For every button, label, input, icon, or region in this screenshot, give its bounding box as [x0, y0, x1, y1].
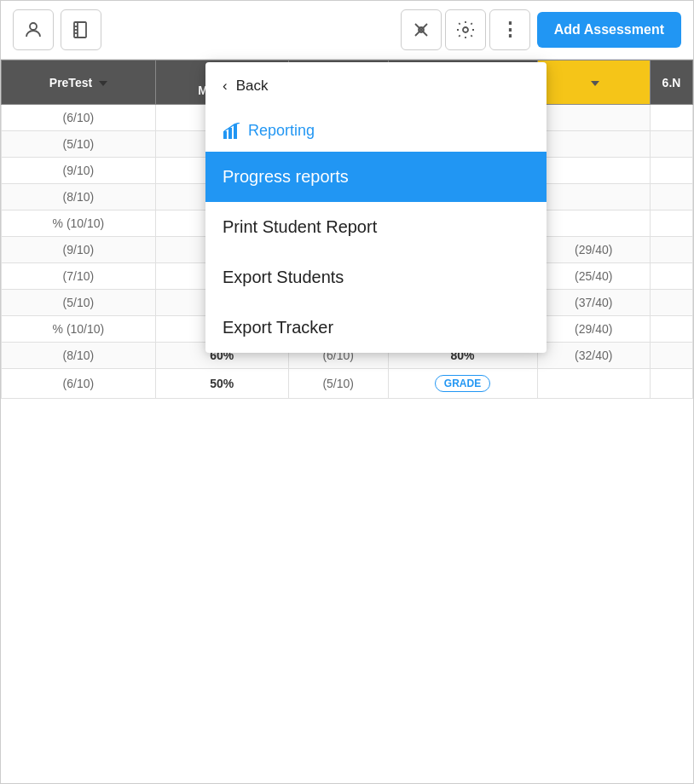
svg-rect-12: [234, 124, 237, 139]
cell-midunit: 50%: [155, 369, 288, 399]
cell-c5: [537, 105, 651, 131]
pretest-sort-arrow: [99, 81, 107, 86]
col5-sort-arrow: [591, 81, 599, 86]
reporting-section-header: Reporting: [205, 110, 547, 152]
cell-c6: [651, 316, 693, 343]
pretest-col-header[interactable]: PreTest: [2, 61, 156, 105]
export-tracker-label: Export Tracker: [223, 318, 333, 337]
table-row: (6/10) 50% (5/10) GRADE: [2, 369, 693, 399]
reporting-label: Reporting: [248, 122, 315, 140]
cell-pretest: (7/10): [2, 263, 156, 290]
export-students-label: Export Students: [223, 268, 344, 287]
gear-button[interactable]: [445, 9, 486, 50]
cell-pretest: % (10/10): [2, 316, 156, 343]
cell-pretest: (6/10): [2, 369, 156, 399]
grade-badge[interactable]: GRADE: [435, 375, 490, 392]
progress-reports-item[interactable]: Progress reports: [205, 152, 547, 202]
cell-pretest: (9/10): [2, 237, 156, 263]
col6-header: 6.N: [651, 61, 693, 105]
svg-point-0: [30, 23, 37, 30]
cell-pretest: (9/10): [2, 158, 156, 184]
back-item[interactable]: ‹ Back: [205, 62, 547, 110]
cell-pretest: % (10/10): [2, 210, 156, 237]
svg-rect-10: [223, 131, 227, 139]
cell-c5: [537, 131, 651, 158]
tools-button[interactable]: [401, 9, 442, 50]
cell-pretest: (8/10): [2, 184, 156, 210]
notebook-button[interactable]: [61, 9, 101, 50]
cell-c6: [651, 290, 693, 316]
progress-reports-label: Progress reports: [223, 167, 349, 187]
cell-c5: (37/40): [537, 290, 651, 316]
export-tracker-item[interactable]: Export Tracker: [205, 303, 547, 353]
cell-c6: [651, 263, 693, 290]
cell-c5: (29/40): [537, 237, 651, 263]
cell-c4: GRADE: [388, 369, 537, 399]
export-students-item[interactable]: Export Students: [205, 252, 547, 303]
toolbar: ⋮ Add Assessment: [1, 1, 693, 60]
cell-pretest: (5/10): [2, 290, 156, 316]
svg-rect-11: [228, 128, 232, 139]
cell-c6: [651, 237, 693, 263]
more-button[interactable]: ⋮: [489, 9, 530, 50]
cell-c6: [651, 369, 693, 399]
col5-header[interactable]: [537, 61, 651, 105]
main-container: ⋮ Add Assessment ‹ Back Reporting Progre…: [0, 0, 694, 784]
dropdown-menu: ‹ Back Reporting Progress reports Print …: [205, 62, 547, 353]
print-student-report-item[interactable]: Print Student Report: [205, 202, 547, 252]
person-button[interactable]: [13, 9, 54, 50]
reporting-icon: [223, 123, 241, 140]
cell-c6: [651, 105, 693, 131]
cell-c5: [537, 158, 651, 184]
add-assessment-button[interactable]: Add Assessment: [537, 12, 681, 48]
cell-c6: [651, 184, 693, 210]
cell-pretest: (8/10): [2, 343, 156, 369]
cell-pretest: (5/10): [2, 131, 156, 158]
cell-c6: [651, 131, 693, 158]
cell-c5: [537, 184, 651, 210]
cell-c5: (25/40): [537, 263, 651, 290]
print-student-report-label: Print Student Report: [223, 217, 377, 237]
back-arrow-icon: ‹: [223, 78, 228, 95]
cell-c6: [651, 210, 693, 237]
cell-c5: (29/40): [537, 316, 651, 343]
cell-pretest: (6/10): [2, 105, 156, 131]
cell-c5: (32/40): [537, 343, 651, 369]
cell-c6: [651, 158, 693, 184]
cell-c5: [537, 210, 651, 237]
cell-c6: [651, 343, 693, 369]
back-label: Back: [236, 78, 269, 95]
cell-c5: [537, 369, 651, 399]
cell-c3: (5/10): [288, 369, 388, 399]
toolbar-right-group: ⋮: [401, 9, 530, 50]
svg-point-9: [463, 27, 468, 32]
